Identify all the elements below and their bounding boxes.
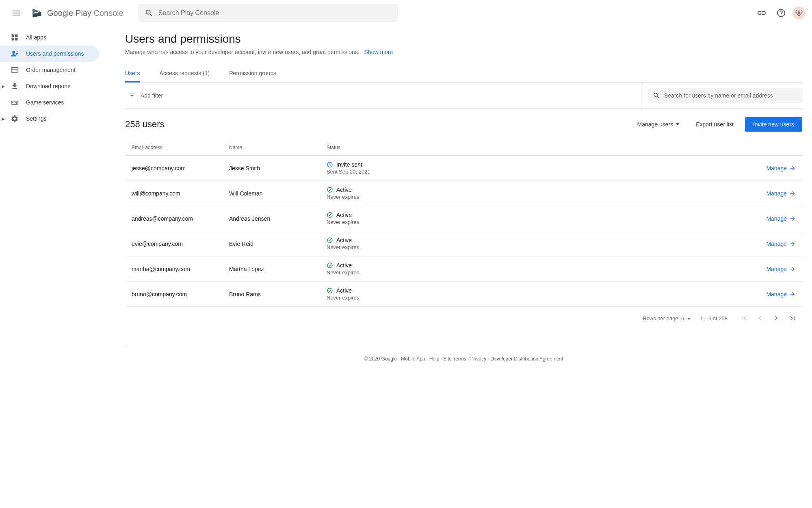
- invite-new-users-button[interactable]: Invite new users: [745, 117, 802, 132]
- svg-point-22: [327, 288, 332, 293]
- global-search[interactable]: [138, 4, 398, 22]
- cell-status: Invite sentSent Sep 20, 2021: [327, 161, 747, 175]
- manage-user-link[interactable]: Manage: [747, 266, 796, 272]
- dropdown-icon: [687, 318, 691, 320]
- footer-link[interactable]: Mobile App: [401, 356, 425, 362]
- footer-link[interactable]: Privacy: [470, 356, 486, 362]
- sidebar-item-settings[interactable]: ▶ Settings: [0, 111, 99, 127]
- cell-action: Manage: [747, 241, 796, 247]
- footer-link[interactable]: Help: [429, 356, 440, 362]
- manage-user-link[interactable]: Manage: [747, 215, 796, 222]
- footer-link[interactable]: Developer Distribution Agreement: [490, 356, 563, 362]
- tabs: Users Access requests (1) Permission gro…: [125, 65, 802, 82]
- col-name-header: Name: [229, 145, 327, 150]
- cell-name: Andreas Jensen: [229, 215, 327, 222]
- first-page-button[interactable]: [737, 312, 750, 325]
- sidebar-item-game-services[interactable]: Game services: [0, 94, 99, 111]
- table-row: bruno@company.comBruno RamsActiveNever e…: [125, 282, 802, 307]
- sidebar-item-label: Game services: [26, 99, 64, 106]
- logo-text: Google Play Console: [47, 9, 123, 18]
- svg-point-20: [327, 238, 332, 243]
- add-filter-button[interactable]: Add filter: [125, 84, 634, 107]
- sidebar-item-download-reports[interactable]: ▶ Download reports: [0, 78, 99, 94]
- cell-action: Manage: [747, 291, 796, 297]
- search-icon: [653, 92, 660, 99]
- tab-access-requests[interactable]: Access requests (1): [160, 65, 210, 82]
- status-text: Active: [336, 262, 352, 269]
- arrow-right-icon: [789, 241, 796, 247]
- sidebar-item-label: Users and permissions: [26, 50, 84, 57]
- page-nav: [737, 312, 799, 325]
- user-search-input[interactable]: [664, 92, 797, 99]
- sidebar-item-order-management[interactable]: Order management: [0, 62, 99, 78]
- link-button[interactable]: [754, 5, 770, 21]
- manage-users-dropdown[interactable]: Manage users: [632, 118, 685, 131]
- manage-users-label: Manage users: [637, 121, 673, 128]
- cell-name: Evie Reid: [229, 241, 327, 247]
- check-circle-icon: [327, 287, 333, 294]
- col-action-header: [747, 145, 796, 150]
- page-title: Users and permissions: [125, 33, 802, 46]
- table-header: Email address Name Status: [125, 140, 802, 156]
- manage-user-link[interactable]: Manage: [747, 291, 796, 297]
- export-user-list-button[interactable]: Export user list: [691, 118, 738, 131]
- sidebar-item-all-apps[interactable]: All apps: [0, 29, 99, 46]
- search-input[interactable]: [158, 9, 392, 17]
- table-row: will@company.comWill ColemanActiveNever …: [125, 181, 802, 206]
- dropdown-icon: [676, 123, 680, 126]
- col-status-header: Status: [327, 145, 747, 150]
- svg-point-18: [327, 187, 332, 192]
- cell-action: Manage: [747, 165, 796, 172]
- cell-email: andreas@company.com: [132, 215, 229, 222]
- status-sub: Sent Sep 20, 2021: [327, 169, 747, 175]
- col-email-header: Email address: [132, 145, 229, 150]
- apps-icon: [10, 33, 19, 42]
- show-more-link[interactable]: Show more: [364, 49, 393, 55]
- play-console-icon: [31, 7, 44, 19]
- svg-rect-10: [11, 67, 18, 72]
- hamburger-icon: [11, 8, 21, 18]
- chevron-right-icon: ▶: [2, 117, 5, 121]
- user-search[interactable]: [648, 88, 802, 103]
- sidebar-item-label: Download reports: [26, 83, 71, 89]
- rows-per-page[interactable]: Rows per page: 6: [643, 315, 691, 321]
- sidebar-item-users-permissions[interactable]: Users and permissions: [0, 46, 99, 62]
- user-count: 258 users: [125, 119, 626, 130]
- cell-status: ActiveNever expires: [327, 187, 747, 200]
- menu-button[interactable]: [6, 3, 26, 23]
- last-page-button[interactable]: [786, 312, 799, 325]
- pagination: Rows per page: 6 1—6 of 258: [125, 307, 802, 330]
- manage-user-link[interactable]: Manage: [747, 190, 796, 197]
- help-button[interactable]: [773, 5, 789, 21]
- prev-page-button[interactable]: [754, 312, 767, 325]
- manage-user-link[interactable]: Manage: [747, 241, 796, 247]
- svg-point-21: [327, 263, 332, 268]
- sidebar: All apps Users and permissions Order man…: [0, 26, 104, 388]
- avatar[interactable]: [793, 7, 806, 20]
- cell-action: Manage: [747, 215, 796, 222]
- table-row: andreas@company.comAndreas JensenActiveN…: [125, 206, 802, 231]
- first-page-icon: [740, 314, 748, 322]
- logo[interactable]: Google Play Console: [31, 7, 123, 19]
- add-filter-label: Add filter: [141, 92, 163, 99]
- cell-status: ActiveNever expires: [327, 212, 747, 225]
- next-page-button[interactable]: [770, 312, 783, 325]
- arrow-right-icon: [789, 165, 796, 172]
- status-sub: Never expires: [327, 219, 747, 225]
- tab-users[interactable]: Users: [125, 65, 140, 82]
- tab-permission-groups[interactable]: Permission groups: [229, 65, 276, 82]
- cell-action: Manage: [747, 190, 796, 197]
- chevron-right-icon: [772, 314, 780, 322]
- footer-link[interactable]: Site Terms: [443, 356, 466, 362]
- check-circle-icon: [327, 187, 333, 193]
- check-circle-icon: [327, 212, 333, 218]
- status-text: Active: [336, 212, 352, 218]
- help-icon: [776, 8, 786, 18]
- manage-user-link[interactable]: Manage: [747, 165, 796, 172]
- page-subtitle: Manage who has access to your developer …: [125, 49, 802, 55]
- arrow-right-icon: [789, 291, 796, 297]
- diamond-icon: [795, 9, 803, 17]
- status-text: Active: [336, 287, 352, 294]
- svg-rect-8: [16, 53, 18, 54]
- table-row: martha@company.comMartha LopezActiveNeve…: [125, 256, 802, 282]
